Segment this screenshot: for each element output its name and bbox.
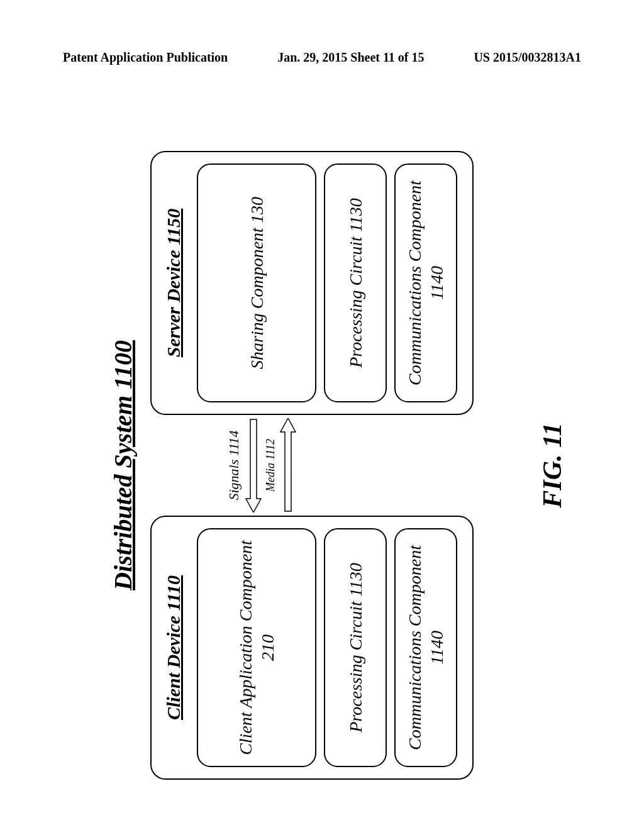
server-device-box: Server Device 1150 Sharing Component 130…: [150, 151, 474, 415]
header-center: Jan. 29, 2015 Sheet 11 of 15: [277, 50, 424, 65]
header-left: Patent Application Publication: [63, 50, 228, 65]
double-arrow-icon: Media 1112: [245, 418, 296, 512]
svg-marker-1: [280, 418, 296, 511]
client-device-title: Client Device 1110: [163, 528, 184, 767]
system-title: Distributed System 1100: [108, 119, 138, 811]
page: Patent Application Publication Jan. 29, …: [0, 0, 644, 830]
server-processing-circuit-box: Processing Circuit 1130: [324, 163, 387, 402]
client-communications-component-box: Communications Component 1140: [394, 528, 457, 767]
client-app-component-box: Client Application Component 210: [197, 528, 316, 767]
server-communications-component-box: Communications Component 1140: [394, 163, 457, 402]
figure-rotated-container: Distributed System 1100 Client Device 11…: [102, 119, 542, 811]
server-device-title: Server Device 1150: [163, 163, 184, 402]
client-processing-circuit-box: Processing Circuit 1130: [324, 528, 387, 767]
signals-label: Signals 1114: [226, 430, 242, 500]
svg-marker-0: [246, 419, 261, 512]
diagram-row: Client Device 1110 Client Application Co…: [150, 119, 474, 811]
figure-caption: FIG. 11: [537, 423, 567, 507]
media-label: Media 1112: [264, 439, 277, 492]
link-column: Signals 1114 Media 1112: [150, 415, 474, 516]
sharing-component-box: Sharing Component 130: [197, 163, 316, 402]
header-right: US 2015/0032813A1: [474, 50, 581, 65]
page-header: Patent Application Publication Jan. 29, …: [0, 50, 644, 65]
client-device-box: Client Device 1110 Client Application Co…: [150, 516, 474, 780]
